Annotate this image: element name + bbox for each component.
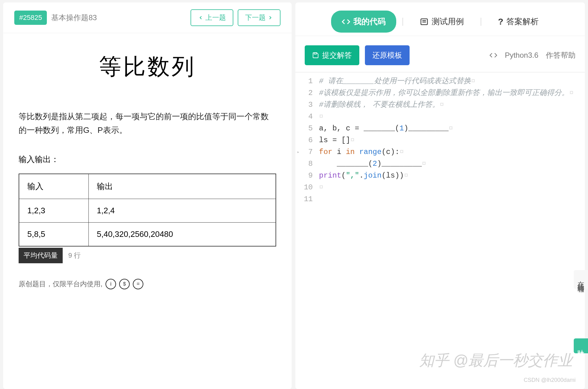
code-editor[interactable]: 1234567▸891011 # 请在_______处使用一行代码或表达式替换¤… xyxy=(295,72,585,389)
problem-description: 等比数列是指从第二项起，每一项与它的前一项的比值等于同一个常数的一种数列，常用G… xyxy=(19,110,276,137)
code-tabs: 我的代码 测试用例 ? 答案解析 xyxy=(295,2,585,36)
credit: CSDN @lh2000dami xyxy=(524,377,576,383)
cell-input: 5,8,5 xyxy=(19,223,88,247)
reset-button[interactable]: 还原模板 xyxy=(365,45,410,65)
cell-input: 1,2,3 xyxy=(19,199,88,223)
prev-button[interactable]: 上一题 xyxy=(191,9,233,26)
cell-output: 5,40,320,2560,20480 xyxy=(88,223,276,247)
code-icon xyxy=(342,17,350,26)
cc-nd-icon: = xyxy=(133,279,143,289)
question-icon: ? xyxy=(498,17,503,27)
avg-code-label: 平均代码量 xyxy=(19,248,63,263)
table-row: 1,2,31,2,4 xyxy=(19,199,276,223)
problem-id-badge: #25825 xyxy=(14,11,47,25)
tab-answer-label: 答案解析 xyxy=(506,16,539,27)
side-online-coding[interactable]: 在线编程 xyxy=(574,270,588,289)
table-row: 5,8,55,40,320,2560,20480 xyxy=(19,223,276,247)
cc-nc-icon: $ xyxy=(119,279,130,289)
tab-test-cases[interactable]: 测试用例 xyxy=(409,11,474,33)
submit-label: 提交解答 xyxy=(322,50,352,60)
help-link[interactable]: 作答帮助 xyxy=(546,50,576,60)
io-label: 输入输出： xyxy=(19,154,276,165)
divider xyxy=(402,18,403,26)
problem-title: 等比数列 xyxy=(19,52,276,82)
divider xyxy=(481,18,481,26)
chevron-left-icon xyxy=(198,15,204,20)
cell-output: 1,2,4 xyxy=(88,199,276,223)
th-input: 输入 xyxy=(19,174,88,199)
chevron-right-icon xyxy=(267,15,273,20)
reset-label: 还原模板 xyxy=(372,50,402,60)
avg-code-value: 9 行 xyxy=(63,251,86,260)
list-icon xyxy=(420,17,429,26)
code-brackets-icon xyxy=(489,51,497,59)
io-table: 输入 输出 1,2,31,2,45,8,55,40,320,2560,20480 xyxy=(19,174,276,247)
tab-my-code-label: 我的代码 xyxy=(353,16,386,27)
language-label[interactable]: Python3.6 xyxy=(505,51,538,60)
next-button[interactable]: 下一题 xyxy=(238,9,281,26)
save-icon xyxy=(312,52,319,59)
notice-text: 原创题目，仅限平台内使用, xyxy=(19,279,102,289)
problem-short-title: 基本操作题83 xyxy=(51,13,97,23)
side-feedback[interactable]: 吐槽 xyxy=(574,338,588,353)
prev-label: 上一题 xyxy=(205,13,226,22)
tab-answer[interactable]: ? 答案解析 xyxy=(487,11,549,33)
th-output: 输出 xyxy=(88,174,276,199)
svg-rect-3 xyxy=(314,53,316,54)
submit-button[interactable]: 提交解答 xyxy=(305,45,359,65)
tab-my-code[interactable]: 我的代码 xyxy=(331,11,396,33)
tab-test-label: 测试用例 xyxy=(432,16,464,27)
next-label: 下一题 xyxy=(245,13,266,22)
cc-by-icon: i xyxy=(105,279,116,289)
